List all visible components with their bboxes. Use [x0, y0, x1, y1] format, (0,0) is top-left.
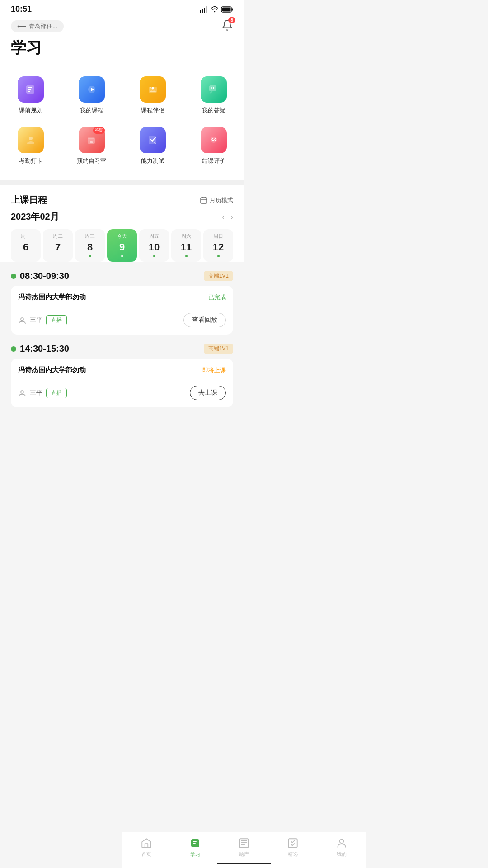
prev-month-btn[interactable]: ‹ [222, 213, 224, 221]
svg-rect-5 [222, 7, 231, 11]
menu-label-pre-class: 课前规划 [19, 106, 42, 114]
svg-rect-16 [209, 85, 216, 91]
day-cell-wed[interactable]: 周三 8 [75, 229, 105, 262]
month-nav: 2023年02月 ‹ › [11, 211, 233, 223]
class-bottom-1: 王平 直播 查看回放 [18, 313, 226, 327]
time-dot-1 [11, 274, 16, 279]
class-name-1: 冯诗杰国内大学部勿动 [18, 293, 86, 302]
day-name-sun: 周日 [213, 233, 223, 240]
class-card-1: 冯诗杰国内大学部勿动 已完成 王平 直播 查看回放 [11, 286, 233, 335]
day-num-fri: 10 [149, 241, 160, 253]
svg-rect-8 [28, 87, 32, 88]
spacer-bottom [0, 425, 244, 471]
schedule-section: 上课日程 月历模式 2023年02月 ‹ › 周一 6 周二 7 [0, 185, 244, 262]
status-time: 10:51 [11, 5, 32, 14]
menu-label-my-course: 我的课程 [80, 106, 103, 114]
class-time-row-2: 14:30-15:30 高端1V1 [11, 344, 233, 354]
menu-item-my-qa[interactable]: 我的答疑 [183, 70, 244, 121]
day-dot-sat [185, 255, 188, 257]
menu-icon-end-eval [201, 127, 227, 153]
day-num-mon: 6 [23, 241, 28, 253]
menu-item-study-room[interactable]: 答疑 预约自习室 [61, 121, 122, 171]
status-bar: 10:51 [0, 0, 244, 17]
wifi-icon [211, 6, 219, 13]
teacher-info-2: 王平 直播 [18, 388, 67, 398]
class-time-2: 14:30-15:30 [11, 344, 69, 354]
class-time-1: 08:30-09:30 [11, 271, 69, 281]
section-divider [0, 180, 244, 185]
svg-point-28 [21, 318, 23, 321]
month-label: 2023年02月 [11, 211, 59, 223]
menu-label-course-buddy: 课程伴侣 [141, 106, 164, 114]
signal-icon [200, 6, 208, 13]
battery-icon [221, 6, 233, 13]
menu-icon-my-qa [201, 76, 227, 103]
calendar-icon [200, 197, 207, 204]
svg-rect-3 [206, 6, 207, 13]
svg-point-25 [211, 138, 212, 139]
menu-item-course-buddy[interactable]: 课程伴侣 [122, 70, 183, 121]
notification-count: 8 [228, 17, 235, 23]
day-num-sat: 11 [181, 241, 192, 253]
action-btn-2[interactable]: 去上课 [190, 386, 226, 400]
menu-label-attendance: 考勤打卡 [19, 157, 42, 165]
class-tag-1: 高端1V1 [204, 271, 233, 281]
time-dot-2 [11, 346, 16, 352]
class-name-2: 冯诗杰国内大学部勿动 [18, 366, 86, 374]
menu-item-ability-test[interactable]: 能力测试 [122, 121, 183, 171]
svg-point-26 [214, 138, 215, 139]
day-cell-fri[interactable]: 周五 10 [139, 229, 169, 262]
day-cell-sun[interactable]: 周日 12 [203, 229, 233, 262]
svg-rect-21 [88, 137, 95, 139]
svg-rect-10 [28, 91, 30, 92]
time-text-1: 08:30-09:30 [20, 271, 69, 281]
schedule-header: 上课日程 月历模式 [11, 194, 233, 206]
svg-point-14 [151, 87, 154, 90]
class-card-2: 冯诗杰国内大学部勿动 即将上课 王平 直播 去上课 [11, 359, 233, 407]
day-cell-tue[interactable]: 周二 7 [43, 229, 73, 262]
day-dot-today [121, 255, 123, 257]
menu-item-pre-class[interactable]: 课前规划 [0, 70, 61, 121]
teacher-avatar-icon-1 [18, 316, 26, 324]
teacher-name-1: 王平 [30, 316, 42, 324]
next-month-btn[interactable]: › [231, 213, 233, 221]
menu-label-ability-test: 能力测试 [141, 157, 164, 165]
svg-rect-22 [90, 141, 93, 143]
menu-icon-course-buddy [140, 76, 166, 103]
day-name-tue: 周二 [53, 233, 63, 240]
day-cell-today[interactable]: 今天 9 [107, 229, 137, 262]
notification-bell[interactable]: 8 [221, 19, 233, 33]
header: ⟵ 青岛邵任... 8 [0, 17, 244, 33]
class-bottom-2: 王平 直播 去上课 [18, 386, 226, 400]
menu-item-attendance[interactable]: 考勤打卡 [0, 121, 61, 171]
action-btn-1[interactable]: 查看回放 [183, 313, 226, 327]
menu-item-end-eval[interactable]: 结课评价 [183, 121, 244, 171]
svg-point-29 [21, 391, 23, 393]
day-name-sat: 周六 [181, 233, 191, 240]
day-dot-fri [153, 255, 155, 257]
menu-icon-pre-class [18, 76, 44, 103]
day-dot-tue [57, 255, 59, 257]
menu-label-end-eval: 结课评价 [202, 157, 225, 165]
school-tag[interactable]: ⟵ 青岛邵任... [11, 20, 64, 32]
menu-section: 课前规划 我的课程 课程伴侣 [0, 66, 244, 180]
week-row: 周一 6 周二 7 周三 8 今天 9 周五 10 周六 11 [11, 229, 233, 262]
menu-label-study-room: 预约自习室 [77, 157, 106, 165]
day-num-tue: 7 [55, 241, 61, 253]
svg-rect-17 [211, 87, 212, 89]
calendar-mode-btn[interactable]: 月历模式 [200, 196, 233, 204]
menu-item-my-course[interactable]: 我的课程 [61, 70, 122, 121]
day-name-wed: 周三 [85, 233, 95, 240]
class-tag-2: 高端1V1 [204, 344, 233, 354]
teacher-avatar-icon-2 [18, 389, 26, 397]
class-top-1: 冯诗杰国内大学部勿动 已完成 [18, 293, 226, 307]
menu-icon-ability-test [140, 127, 166, 153]
class-status-2: 即将上课 [202, 366, 226, 374]
svg-rect-6 [232, 8, 233, 10]
day-cell-sat[interactable]: 周六 11 [171, 229, 201, 262]
class-time-row-1: 08:30-09:30 高端1V1 [11, 271, 233, 281]
nav-arrows: ‹ › [222, 213, 233, 221]
svg-rect-1 [202, 9, 203, 13]
menu-grid-row1: 课前规划 我的课程 课程伴侣 [0, 70, 244, 121]
day-cell-mon[interactable]: 周一 6 [11, 229, 41, 262]
